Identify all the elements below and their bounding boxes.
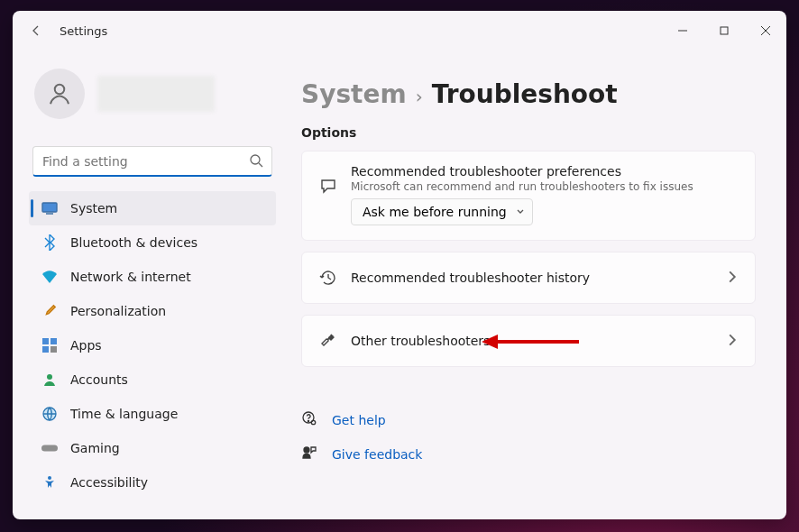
nav-list: System Bluetooth & devices Network & int… bbox=[29, 191, 276, 500]
brush-icon bbox=[41, 303, 58, 319]
help-icon bbox=[301, 410, 317, 430]
svg-marker-19 bbox=[482, 335, 498, 349]
card-subtitle: Microsoft can recommend and run troubles… bbox=[351, 180, 739, 193]
sidebar-item-accounts[interactable]: Accounts bbox=[29, 362, 276, 397]
give-feedback-row[interactable]: Give feedback bbox=[301, 445, 756, 464]
get-help-link[interactable]: Get help bbox=[332, 413, 386, 427]
chat-icon bbox=[318, 177, 338, 195]
svg-point-4 bbox=[55, 85, 65, 95]
chevron-right-icon bbox=[726, 270, 739, 287]
window-controls bbox=[662, 16, 786, 45]
annotation-arrow-icon bbox=[482, 331, 581, 353]
sidebar-item-label: Accounts bbox=[70, 372, 128, 387]
main-panel: System › Troubleshoot Options Recommende… bbox=[287, 50, 786, 519]
back-button[interactable] bbox=[22, 16, 51, 45]
sidebar-item-bluetooth[interactable]: Bluetooth & devices bbox=[29, 225, 276, 260]
sidebar-item-label: Apps bbox=[70, 338, 102, 353]
sidebar-item-personalization[interactable]: Personalization bbox=[29, 294, 276, 328]
svg-rect-13 bbox=[51, 346, 57, 353]
bluetooth-icon bbox=[41, 234, 58, 251]
history-icon bbox=[318, 269, 338, 287]
breadcrumb-parent[interactable]: System bbox=[301, 79, 407, 109]
sidebar-item-label: System bbox=[70, 201, 117, 216]
sidebar-item-time-language[interactable]: Time & language bbox=[29, 397, 276, 431]
svg-point-5 bbox=[251, 155, 260, 164]
titlebar: Settings bbox=[13, 11, 786, 50]
accessibility-icon bbox=[41, 474, 58, 491]
card-title: Recommended troubleshooter history bbox=[351, 271, 713, 285]
profile-name-masked bbox=[97, 76, 215, 112]
breadcrumb-current: Troubleshoot bbox=[432, 79, 618, 109]
card-troubleshooter-preferences: Recommended troubleshooter preferences M… bbox=[301, 151, 756, 241]
card-troubleshooter-history[interactable]: Recommended troubleshooter history bbox=[301, 252, 756, 304]
section-label: Options bbox=[301, 125, 756, 140]
sidebar-item-label: Network & internet bbox=[70, 270, 191, 284]
sidebar: System Bluetooth & devices Network & int… bbox=[13, 50, 287, 519]
sidebar-item-accessibility[interactable]: Accessibility bbox=[29, 465, 276, 500]
profile-block[interactable] bbox=[29, 50, 276, 126]
svg-line-6 bbox=[259, 163, 262, 167]
avatar bbox=[34, 69, 85, 119]
minimize-button[interactable] bbox=[662, 16, 703, 45]
svg-point-17 bbox=[48, 476, 51, 480]
wifi-icon bbox=[41, 269, 58, 285]
dropdown-value: Ask me before running bbox=[363, 205, 507, 219]
search-box[interactable] bbox=[32, 146, 272, 177]
svg-point-21 bbox=[308, 420, 308, 421]
preference-dropdown[interactable]: Ask me before running bbox=[351, 198, 533, 225]
svg-point-22 bbox=[311, 420, 315, 424]
maximize-button[interactable] bbox=[703, 16, 745, 45]
sidebar-item-label: Accessibility bbox=[70, 475, 148, 490]
sidebar-item-label: Bluetooth & devices bbox=[70, 235, 197, 250]
display-icon bbox=[41, 200, 58, 216]
sidebar-item-system[interactable]: System bbox=[29, 191, 276, 225]
svg-point-23 bbox=[304, 447, 309, 453]
svg-rect-16 bbox=[41, 445, 58, 451]
svg-rect-11 bbox=[51, 338, 57, 344]
svg-point-14 bbox=[47, 374, 52, 380]
apps-icon bbox=[41, 337, 58, 353]
chevron-right-icon bbox=[726, 333, 739, 350]
give-feedback-link[interactable]: Give feedback bbox=[332, 447, 422, 462]
svg-rect-7 bbox=[42, 203, 57, 212]
help-links: Get help Give feedback bbox=[301, 410, 756, 464]
window-title: Settings bbox=[60, 24, 107, 38]
sidebar-item-network[interactable]: Network & internet bbox=[29, 260, 276, 294]
globe-icon bbox=[41, 406, 58, 422]
settings-window: Settings bbox=[13, 11, 786, 519]
sidebar-item-gaming[interactable]: Gaming bbox=[29, 431, 276, 465]
sidebar-item-label: Time & language bbox=[70, 407, 178, 421]
svg-rect-10 bbox=[42, 338, 49, 344]
sidebar-item-label: Personalization bbox=[70, 304, 166, 318]
svg-rect-1 bbox=[721, 27, 728, 34]
chevron-down-icon bbox=[516, 205, 525, 219]
feedback-icon bbox=[301, 445, 317, 464]
get-help-row[interactable]: Get help bbox=[301, 410, 756, 430]
card-title: Recommended troubleshooter preferences bbox=[351, 164, 739, 179]
breadcrumb: System › Troubleshoot bbox=[301, 79, 756, 109]
sidebar-item-label: Gaming bbox=[70, 441, 120, 455]
search-input[interactable] bbox=[32, 146, 272, 177]
sidebar-item-apps[interactable]: Apps bbox=[29, 328, 276, 362]
gamepad-icon bbox=[41, 440, 58, 456]
svg-rect-12 bbox=[42, 346, 49, 353]
person-icon bbox=[41, 371, 58, 388]
close-button[interactable] bbox=[745, 16, 786, 45]
chevron-right-icon: › bbox=[416, 86, 423, 107]
search-icon bbox=[249, 153, 263, 171]
wrench-icon bbox=[318, 332, 338, 350]
